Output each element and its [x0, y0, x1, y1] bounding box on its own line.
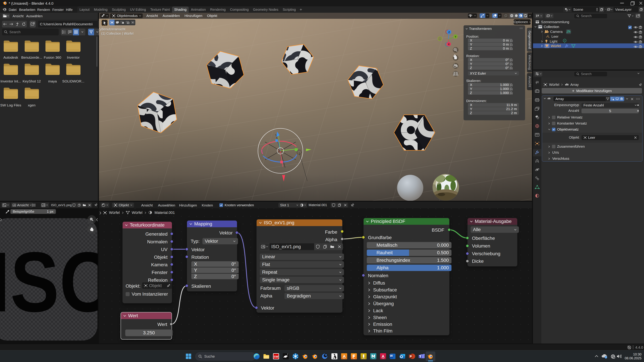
svg-text:PRO: PRO: [362, 358, 365, 359]
svg-text:Inventor Int...: Inventor Int...: [0, 79, 21, 83]
svg-text:Benutzerde...: Benutzerde...: [21, 55, 42, 59]
svg-text:xgen: xgen: [28, 103, 36, 107]
svg-text:CAD: CAD: [382, 358, 384, 359]
svg-text:SOLIDWOR...: SOLIDWOR...: [62, 79, 84, 83]
svg-text:360: 360: [353, 358, 355, 359]
svg-text:X: X: [448, 43, 450, 45]
svg-text:7: 7: [287, 353, 288, 356]
svg-text:AST: AST: [343, 358, 346, 359]
svg-text:maya: maya: [48, 79, 57, 83]
svg-text:Fusion 360: Fusion 360: [44, 55, 61, 59]
svg-text:Inventor: Inventor: [67, 55, 80, 59]
svg-text:Y: Y: [455, 35, 456, 38]
svg-text:Z: Z: [448, 31, 450, 33]
svg-text:SW: SW: [274, 355, 278, 358]
svg-text:KeyShot 12: KeyShot 12: [23, 79, 41, 83]
svg-text:Autodesk: Autodesk: [3, 55, 18, 59]
svg-text:AYA: AYA: [372, 358, 374, 359]
svg-text:SW Log Files: SW Log Files: [0, 103, 21, 107]
